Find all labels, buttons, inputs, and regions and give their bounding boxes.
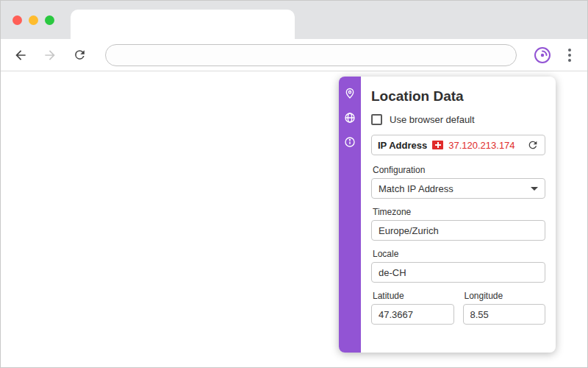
- location-tab-icon[interactable]: [344, 87, 356, 99]
- info-tab-icon[interactable]: [344, 135, 356, 148]
- back-button[interactable]: [11, 46, 30, 65]
- traffic-lights: [12, 15, 54, 25]
- latitude-input[interactable]: [371, 304, 454, 325]
- configuration-select[interactable]: Match IP Address: [371, 178, 545, 199]
- ip-address-label: IP Address: [378, 140, 427, 151]
- reload-icon: [73, 48, 87, 62]
- locale-input[interactable]: [371, 262, 545, 283]
- latitude-label: Latitude: [373, 291, 454, 301]
- ip-address-value: 37.120.213.174: [448, 140, 514, 151]
- panel-body: Location Data Use browser default IP Add…: [361, 77, 556, 353]
- globe-tab-icon[interactable]: [344, 111, 356, 124]
- configuration-selected-value: Match IP Address: [379, 183, 453, 194]
- titlebar: [1, 1, 587, 39]
- back-arrow-icon: [13, 48, 28, 63]
- latitude-group: Latitude: [371, 291, 454, 325]
- timezone-label: Timezone: [373, 207, 545, 217]
- browser-tab[interactable]: [71, 10, 295, 39]
- longitude-input[interactable]: [463, 304, 546, 325]
- timezone-group: Timezone: [371, 207, 545, 241]
- coordinates-row: Latitude Longitude: [371, 291, 545, 325]
- swiss-flag-icon: [432, 141, 443, 149]
- ip-address-field: IP Address 37.120.213.174: [371, 135, 545, 155]
- use-browser-default-checkbox[interactable]: [371, 114, 382, 125]
- navbar: [1, 39, 587, 71]
- forward-button[interactable]: [40, 46, 60, 65]
- forward-arrow-icon: [43, 48, 57, 63]
- panel-title: Location Data: [371, 88, 545, 105]
- menu-button[interactable]: [562, 49, 577, 62]
- timezone-input[interactable]: [371, 220, 545, 241]
- use-browser-default-label: Use browser default: [390, 114, 475, 125]
- page-content: Location Data Use browser default IP Add…: [1, 72, 587, 367]
- panel-sidebar: [339, 77, 361, 353]
- refresh-icon: [527, 139, 539, 151]
- longitude-group: Longitude: [463, 291, 546, 325]
- address-bar[interactable]: [105, 44, 517, 66]
- refresh-ip-button[interactable]: [527, 139, 539, 151]
- minimize-window-button[interactable]: [29, 15, 38, 25]
- reload-button[interactable]: [70, 46, 89, 65]
- longitude-label: Longitude: [465, 291, 546, 301]
- chevron-down-icon: [531, 187, 538, 191]
- locale-group: Locale: [371, 249, 545, 283]
- extension-logo-icon: [534, 46, 551, 64]
- extension-icon[interactable]: [533, 46, 552, 65]
- location-data-panel: Location Data Use browser default IP Add…: [339, 77, 556, 353]
- zoom-window-button[interactable]: [45, 15, 54, 25]
- configuration-label: Configuration: [373, 165, 545, 175]
- configuration-group: Configuration Match IP Address: [371, 165, 545, 199]
- close-window-button[interactable]: [12, 15, 22, 25]
- use-browser-default-row[interactable]: Use browser default: [371, 114, 545, 125]
- locale-label: Locale: [373, 249, 545, 259]
